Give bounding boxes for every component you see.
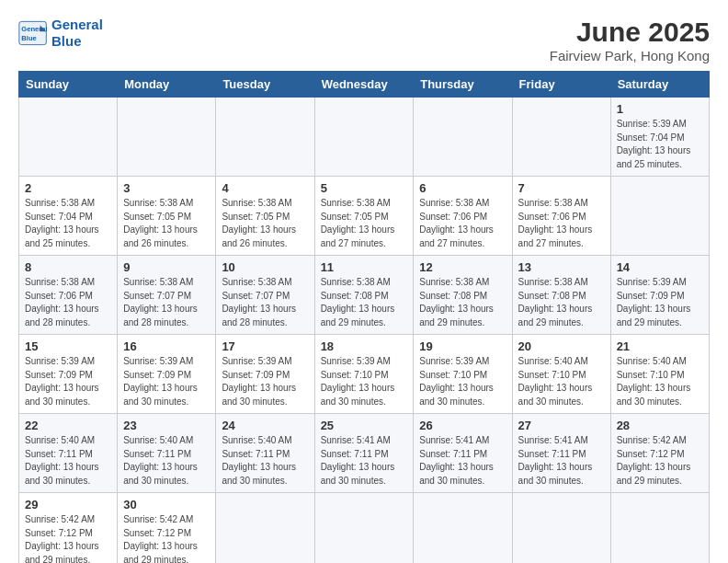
calendar-week-row: 2Sunrise: 5:38 AMSunset: 7:04 PMDaylight…: [19, 177, 710, 256]
day-cell: 26Sunrise: 5:41 AMSunset: 7:11 PMDayligh…: [414, 414, 512, 493]
day-cell: 4Sunrise: 5:38 AMSunset: 7:05 PMDaylight…: [216, 177, 314, 256]
day-cell: 1Sunrise: 5:39 AMSunset: 7:04 PMDaylight…: [610, 98, 709, 177]
empty-cell: [610, 493, 709, 564]
day-cell: 25Sunrise: 5:41 AMSunset: 7:11 PMDayligh…: [314, 414, 414, 493]
empty-cell: [19, 98, 118, 177]
day-cell: 7Sunrise: 5:38 AMSunset: 7:06 PMDaylight…: [512, 177, 610, 256]
calendar-week-row: 15Sunrise: 5:39 AMSunset: 7:09 PMDayligh…: [19, 335, 710, 414]
title-area: June 2025 Fairview Park, Hong Kong: [550, 17, 710, 63]
column-header-saturday: Saturday: [610, 72, 709, 98]
logo-line1: General: [51, 17, 103, 32]
empty-cell: [216, 493, 314, 564]
empty-cell: [512, 493, 610, 564]
day-cell: 6Sunrise: 5:38 AMSunset: 7:06 PMDaylight…: [414, 177, 512, 256]
calendar-week-row: 1Sunrise: 5:39 AMSunset: 7:04 PMDaylight…: [19, 98, 710, 177]
day-cell: 19Sunrise: 5:39 AMSunset: 7:10 PMDayligh…: [414, 335, 512, 414]
day-cell: 23Sunrise: 5:40 AMSunset: 7:11 PMDayligh…: [118, 414, 216, 493]
day-cell: 17Sunrise: 5:39 AMSunset: 7:09 PMDayligh…: [216, 335, 314, 414]
column-header-monday: Monday: [118, 72, 216, 98]
day-cell: 29Sunrise: 5:42 AMSunset: 7:12 PMDayligh…: [19, 493, 118, 564]
calendar-week-row: 29Sunrise: 5:42 AMSunset: 7:12 PMDayligh…: [19, 493, 710, 564]
day-cell: 9Sunrise: 5:38 AMSunset: 7:07 PMDaylight…: [118, 256, 216, 335]
day-cell: 8Sunrise: 5:38 AMSunset: 7:06 PMDaylight…: [19, 256, 118, 335]
logo: General Blue General Blue: [18, 17, 103, 50]
day-cell: 15Sunrise: 5:39 AMSunset: 7:09 PMDayligh…: [19, 335, 118, 414]
day-cell: 13Sunrise: 5:38 AMSunset: 7:08 PMDayligh…: [512, 256, 610, 335]
day-cell: 14Sunrise: 5:39 AMSunset: 7:09 PMDayligh…: [610, 256, 709, 335]
day-cell: 11Sunrise: 5:38 AMSunset: 7:08 PMDayligh…: [314, 256, 414, 335]
svg-text:Blue: Blue: [21, 34, 36, 42]
empty-cell: [314, 493, 414, 564]
day-cell: 27Sunrise: 5:41 AMSunset: 7:11 PMDayligh…: [512, 414, 610, 493]
logo-text: General Blue: [51, 17, 103, 50]
column-header-friday: Friday: [512, 72, 610, 98]
empty-cell: [414, 493, 512, 564]
day-cell: 21Sunrise: 5:40 AMSunset: 7:10 PMDayligh…: [610, 335, 709, 414]
empty-cell: [610, 177, 709, 256]
day-cell: 2Sunrise: 5:38 AMSunset: 7:04 PMDaylight…: [19, 177, 118, 256]
empty-cell: [512, 98, 610, 177]
column-header-thursday: Thursday: [414, 72, 512, 98]
calendar-week-row: 22Sunrise: 5:40 AMSunset: 7:11 PMDayligh…: [19, 414, 710, 493]
empty-cell: [314, 98, 414, 177]
column-header-tuesday: Tuesday: [216, 72, 314, 98]
day-cell: 30Sunrise: 5:42 AMSunset: 7:12 PMDayligh…: [118, 493, 216, 564]
day-cell: 28Sunrise: 5:42 AMSunset: 7:12 PMDayligh…: [610, 414, 709, 493]
day-cell: 10Sunrise: 5:38 AMSunset: 7:07 PMDayligh…: [216, 256, 314, 335]
logo-line2: Blue: [51, 33, 82, 49]
calendar-header-row: SundayMondayTuesdayWednesdayThursdayFrid…: [19, 72, 710, 98]
column-header-sunday: Sunday: [19, 72, 118, 98]
empty-cell: [118, 98, 216, 177]
day-cell: 24Sunrise: 5:40 AMSunset: 7:11 PMDayligh…: [216, 414, 314, 493]
empty-cell: [414, 98, 512, 177]
logo-icon: General Blue: [18, 20, 48, 46]
day-cell: 3Sunrise: 5:38 AMSunset: 7:05 PMDaylight…: [118, 177, 216, 256]
day-cell: 16Sunrise: 5:39 AMSunset: 7:09 PMDayligh…: [118, 335, 216, 414]
empty-cell: [216, 98, 314, 177]
day-cell: 12Sunrise: 5:38 AMSunset: 7:08 PMDayligh…: [414, 256, 512, 335]
header: General Blue General Blue June 2025 Fair…: [18, 17, 710, 63]
location-title: Fairview Park, Hong Kong: [550, 48, 710, 63]
calendar-week-row: 8Sunrise: 5:38 AMSunset: 7:06 PMDaylight…: [19, 256, 710, 335]
month-title: June 2025: [550, 17, 710, 48]
day-cell: 22Sunrise: 5:40 AMSunset: 7:11 PMDayligh…: [19, 414, 118, 493]
day-cell: 5Sunrise: 5:38 AMSunset: 7:05 PMDaylight…: [314, 177, 414, 256]
day-cell: 18Sunrise: 5:39 AMSunset: 7:10 PMDayligh…: [314, 335, 414, 414]
calendar-table: SundayMondayTuesdayWednesdayThursdayFrid…: [18, 71, 710, 563]
day-cell: 20Sunrise: 5:40 AMSunset: 7:10 PMDayligh…: [512, 335, 610, 414]
column-header-wednesday: Wednesday: [314, 72, 414, 98]
